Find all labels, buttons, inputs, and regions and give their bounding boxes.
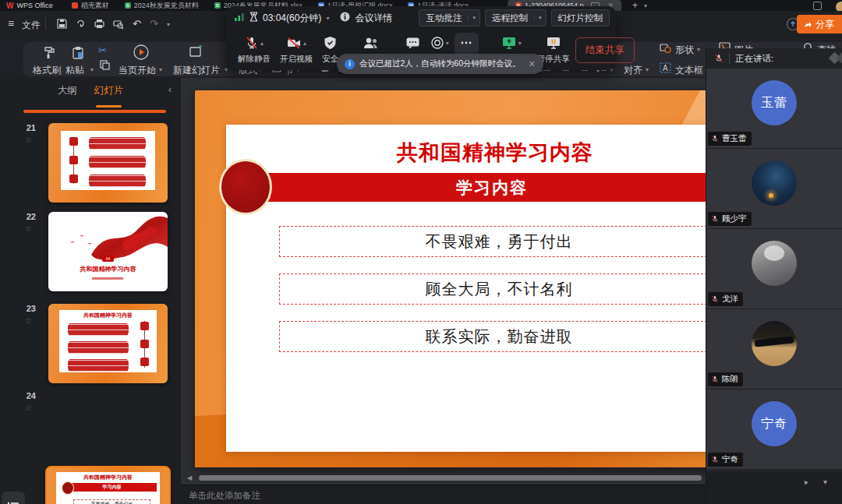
hamburger-menu-icon[interactable]: ≡ [8, 17, 14, 30]
pane-handle-button[interactable] [2, 492, 25, 504]
mic-muted-icon [711, 215, 719, 223]
participant-tile[interactable]: 戈洋 [706, 229, 842, 309]
star-icon[interactable]: ☆ [25, 316, 32, 325]
slide-number: 23 [20, 304, 36, 313]
thumb-title: 共和国精神学习内容 [59, 312, 157, 319]
slide-number: 24 [20, 391, 36, 400]
save-icon[interactable] [56, 18, 68, 30]
new-slide-icon[interactable] [189, 44, 204, 62]
star-icon[interactable]: ☆ [25, 404, 32, 412]
start-video-button[interactable]: ▴ 开启视频 [276, 33, 317, 66]
play-current-icon[interactable] [133, 44, 150, 63]
new-slide-button[interactable]: 新建幻灯片 [173, 64, 220, 77]
name-tag: 戈洋 [708, 292, 743, 306]
print-icon[interactable] [94, 18, 105, 30]
participant-tile[interactable]: 顾少宇 [706, 149, 842, 229]
horizontal-scrollbar[interactable] [199, 475, 702, 481]
participant-name: 戈洋 [722, 294, 738, 305]
video-chevron-icon[interactable]: ▴ [303, 40, 306, 47]
meeting-details-button[interactable]: 会议详情 [355, 12, 392, 25]
tab-outline[interactable]: 大纲 [58, 84, 77, 103]
slide-thumbnail-22[interactable]: 04 共和国精神学习内容 [48, 212, 168, 291]
slide-item-3[interactable]: 联系实际，勤奋进取 [279, 321, 719, 352]
record-chevron-icon[interactable]: ▾ [446, 40, 449, 47]
paste-chevron-icon[interactable]: ▾ [90, 66, 94, 73]
cloud-upload-icon[interactable] [786, 17, 798, 29]
expand-right-icon[interactable]: ▸ [805, 478, 808, 486]
meeting-app-logo-icon [826, 51, 842, 67]
window-restore-icon[interactable] [813, 2, 822, 10]
paste-button[interactable]: 粘贴 [65, 64, 84, 77]
name-tag: 宁奇 [708, 453, 743, 467]
text-pill [84, 153, 150, 171]
slide-control-button[interactable]: 幻灯片控制 [551, 9, 610, 26]
slide-title[interactable]: 共和国精神学习内容 [226, 139, 764, 167]
star-icon[interactable]: ☆ [25, 224, 32, 233]
slide-thumbnail-21[interactable] [48, 123, 168, 203]
align-button[interactable]: 对齐 [624, 64, 642, 77]
participant-name: 宁奇 [722, 454, 738, 465]
thumb-banner-circle [62, 481, 74, 495]
redo-icon[interactable]: ↷ [150, 18, 158, 30]
tab-sheet-1[interactable]: S2024秋发展党员材料 [117, 0, 207, 11]
cut-icon[interactable]: ✂ [98, 44, 107, 56]
end-share-button[interactable]: 结束共享 [575, 37, 635, 63]
slide-control-label: 幻灯片控制 [552, 12, 610, 24]
remote-chevron-icon[interactable]: ▾ [534, 15, 546, 21]
format-painter-button[interactable]: 格式刷 [33, 64, 61, 77]
wps-logo-icon: W [6, 2, 13, 10]
participant-tile[interactable]: 陈朗 [706, 309, 842, 389]
print-preview-icon[interactable] [112, 18, 124, 30]
timer-chevron-icon[interactable]: ▾ [326, 15, 329, 22]
file-menu[interactable]: 文件 [22, 19, 41, 32]
participant-tile[interactable]: 玉蕾 曹玉蕾 [706, 69, 842, 149]
control-label: 解除静音 [238, 54, 271, 65]
participant-tile[interactable]: 宁奇 宁奇 [706, 389, 842, 470]
control-label: 安全 [322, 54, 338, 65]
meeting-toast: i 会议已超过2人，自动转为60分钟限时会议。 ✕ [337, 54, 543, 74]
share-button[interactable]: 分享 [797, 15, 842, 33]
undo-icon[interactable]: ↶ [133, 18, 141, 30]
scroll-left-icon[interactable]: ◀ [187, 475, 192, 481]
tab-label: 稻壳素材 [81, 1, 109, 11]
undo-chevron-icon[interactable]: ▾ [167, 21, 170, 28]
output-icon[interactable] [75, 18, 87, 30]
slide-banner[interactable]: 学习内容 [265, 173, 766, 202]
tab-slides[interactable]: 幻灯片 [94, 84, 124, 103]
participants-panel: 正在讲话: 玉蕾 曹玉蕾 顾少宇 戈洋 [706, 48, 842, 471]
star-icon[interactable]: ☆ [25, 136, 32, 144]
share-chevron-icon[interactable]: ▾ [518, 40, 522, 47]
timeline-square [140, 340, 149, 348]
unmute-button[interactable]: ▴ 解除静音 [234, 33, 274, 66]
timer-hourglass-icon [249, 12, 258, 24]
annotate-button[interactable]: 互动批注▾ [419, 9, 480, 26]
tab-list-chevron-icon[interactable]: ▾ [644, 2, 647, 9]
format-painter-icon[interactable] [41, 45, 56, 63]
remote-control-button[interactable]: 远程控制▾ [485, 9, 547, 26]
slide-thumbnail-24-selected[interactable]: 共和国精神学习内容 学习内容 不畏艰难，勇于付出 顾全大局，不计名利 联系实际，… [45, 466, 171, 504]
toast-info-icon: i [345, 59, 355, 69]
mic-chevron-icon[interactable]: ▴ [260, 40, 264, 47]
shapes-icon[interactable] [660, 42, 671, 55]
tab-docer[interactable]: 稻壳素材 [64, 0, 117, 11]
paste-icon[interactable] [70, 45, 86, 63]
avatar: 玉蕾 [752, 80, 797, 125]
shapes-chevron-icon[interactable]: ▾ [697, 46, 700, 53]
start-chevron-icon[interactable]: ▾ [159, 66, 162, 73]
textbox-button[interactable]: 文本框 [675, 64, 703, 77]
textbox-icon[interactable]: A [660, 62, 671, 76]
copy-icon[interactable] [99, 59, 110, 72]
start-current-button[interactable]: 当页开始 [119, 64, 156, 77]
share-arrow-icon [803, 19, 812, 29]
slide-item-2[interactable]: 顾全大局，不计名利 [279, 273, 719, 305]
expand-down-icon[interactable]: ▾ [823, 478, 827, 486]
align-chevron-icon[interactable]: ▾ [646, 66, 649, 73]
slide-thumbnail-23[interactable]: 共和国精神学习内容 [48, 304, 168, 383]
toast-close-icon[interactable]: ✕ [529, 59, 536, 69]
slide-item-1[interactable]: 不畏艰难，勇于付出 [279, 226, 719, 257]
collapse-sidebar-icon[interactable]: ‹ [168, 84, 172, 95]
new-tab-button[interactable]: + [632, 0, 638, 11]
annotate-chevron-icon[interactable]: ▾ [468, 15, 479, 21]
shapes-button[interactable]: 形状 [675, 44, 694, 57]
shield-check-icon [324, 36, 337, 50]
